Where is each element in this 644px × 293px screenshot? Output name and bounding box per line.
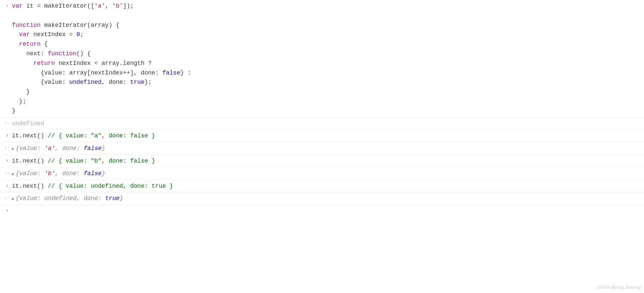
console-input-code[interactable]: var it = makeIterator(['a', 'b']); funct… [12, 1, 644, 116]
object-key: done: [62, 145, 84, 152]
console-input-row[interactable]: › var it = makeIterator(['a', 'b']); fun… [0, 0, 644, 118]
code-text: , done: [101, 79, 130, 85]
console-output-row: ‹· ▶{value: 'a', done: false} [0, 142, 644, 155]
keyword-var: var [19, 31, 30, 38]
code-text: (array) { [87, 22, 119, 28]
keyword-var: var [12, 3, 23, 9]
console-input-row-empty[interactable]: › [0, 205, 644, 216]
code-text: , [105, 3, 112, 9]
indent [12, 60, 33, 67]
code-text: {value: array[nextIndex++], done: [40, 70, 162, 76]
code-text: {value: [40, 79, 69, 85]
code-text: = [37, 3, 44, 9]
console-input-code[interactable]: it.next() // { value: "b", done: false } [12, 156, 644, 166]
code-text: }; [145, 79, 152, 85]
console-output-undefined: undefined [12, 119, 644, 128]
input-prompt-icon: › [3, 131, 12, 139]
keyword-function: function [12, 22, 40, 28]
console-input-code[interactable]: it.next() // { value: "a", done: false } [12, 131, 644, 141]
keyword-return: return [19, 41, 41, 47]
indent [12, 79, 40, 85]
string-literal: 'b' [112, 3, 123, 9]
code-text: ; [80, 31, 84, 38]
object-value-string: 'b' [44, 170, 55, 177]
object-value-string: 'a' [44, 145, 55, 152]
object-sep: , [77, 195, 84, 202]
expand-icon[interactable]: ▶ [12, 196, 14, 202]
boolean-literal: false [162, 70, 180, 76]
devtools-console: › var it = makeIterator(['a', 'b']); fun… [0, 0, 644, 216]
console-input-row[interactable]: › it.next() // { value: undefined, done:… [0, 180, 644, 193]
code-text: it.next() [12, 183, 48, 189]
object-key: value: [19, 145, 44, 152]
object-key: done: [62, 170, 84, 177]
object-brace: { [16, 170, 19, 177]
object-sep: , [55, 170, 62, 177]
output-prompt-icon: ‹· [3, 119, 12, 127]
object-brace: { [16, 195, 19, 202]
boolean-literal: true [130, 79, 144, 85]
comment: // { value: undefined, done: true } [48, 183, 173, 189]
input-prompt-icon: › [3, 156, 12, 164]
object-key: value: [19, 195, 44, 202]
object-value-undefined: undefined [44, 195, 77, 202]
code-text: { [40, 41, 48, 47]
object-brace: } [102, 145, 105, 152]
expand-icon[interactable]: ▶ [12, 171, 14, 177]
string-literal: 'a' [94, 3, 105, 9]
object-brace: } [102, 170, 105, 177]
console-output-row: ‹· ▶{value: undefined, done: true} [0, 192, 644, 205]
code-text: it.next() [12, 158, 48, 164]
console-output-row: ‹· undefined [0, 118, 644, 130]
console-output-object[interactable]: ▶{value: 'a', done: false} [12, 144, 644, 153]
output-prompt-icon: ‹· [3, 169, 12, 177]
code-text: } [12, 108, 16, 114]
output-prompt-icon: ‹· [3, 144, 12, 152]
code-text: makeIterator [40, 22, 87, 28]
code-text: it.next() [12, 132, 48, 139]
indent [12, 41, 19, 47]
object-brace: { [16, 145, 19, 152]
expand-icon[interactable]: ▶ [12, 146, 14, 152]
object-key: value: [19, 170, 44, 177]
code-text: nextIndex = [30, 31, 76, 38]
code-text: () { [76, 50, 91, 57]
code-text: ]); [123, 3, 134, 9]
indent [12, 70, 40, 76]
object-value-bool: true [105, 195, 119, 202]
console-input-row[interactable]: › it.next() // { value: "b", done: false… [0, 155, 644, 168]
object-brace: } [120, 195, 123, 202]
code-text: next: [26, 50, 48, 57]
code-text: } [12, 88, 30, 95]
output-prompt-icon: ‹· [3, 194, 12, 202]
undefined-literal: undefined [69, 79, 101, 85]
code-text: }; [12, 98, 26, 105]
keyword-function: function [48, 50, 76, 57]
code-text: } : [180, 70, 191, 76]
console-output-object[interactable]: ▶{value: undefined, done: true} [12, 194, 644, 203]
input-prompt-icon: › [3, 1, 12, 9]
console-input-row[interactable]: › it.next() // { value: "a", done: false… [0, 130, 644, 142]
object-value-bool: false [84, 170, 102, 177]
console-output-object[interactable]: ▶{value: 'b', done: false} [12, 169, 644, 178]
object-key: done: [84, 195, 105, 202]
object-value-bool: false [84, 145, 102, 152]
code-text: ([ [87, 3, 95, 9]
input-prompt-icon: › [3, 206, 12, 214]
console-input-code[interactable]: it.next() // { value: undefined, done: t… [12, 181, 644, 191]
indent [12, 50, 26, 57]
code-text: makeIterator [44, 3, 87, 9]
keyword-return: return [33, 60, 55, 67]
code-text: nextIndex < array.length ? [55, 60, 152, 67]
number-literal: 0 [76, 31, 80, 38]
comment: // { value: "b", done: false } [48, 158, 155, 164]
object-sep: , [55, 145, 62, 152]
input-prompt-icon: › [3, 181, 12, 189]
console-output-row: ‹· ▶{value: 'b', done: false} [0, 168, 644, 180]
comment: // { value: "a", done: false } [48, 132, 155, 139]
indent [12, 31, 19, 38]
code-text: it [23, 3, 37, 9]
